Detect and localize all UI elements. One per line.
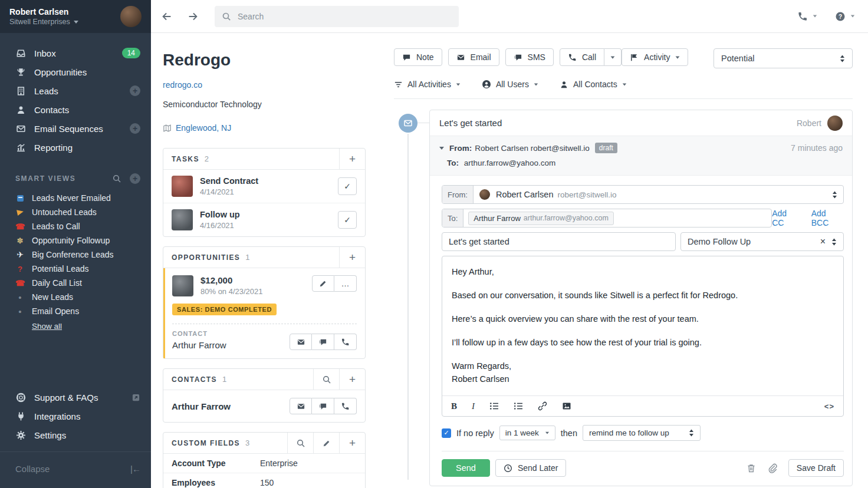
- opportunity-item: $12,000 80% on 4/23/2021 … SALES: DEMO C…: [163, 268, 365, 358]
- bold-button[interactable]: B: [451, 401, 457, 411]
- lead-location-link[interactable]: Englewood, NJ: [176, 123, 231, 133]
- body-paragraph: Here’s a quick overview you can share wi…: [452, 313, 834, 325]
- add-lead-button[interactable]: +: [130, 85, 140, 96]
- add-contact-button[interactable]: +: [339, 369, 365, 390]
- more-options-button[interactable]: …: [334, 275, 357, 292]
- smart-view-untouched-leads[interactable]: Untouched Leads: [0, 205, 151, 219]
- smart-view-opportunity-followup[interactable]: ✽ Opportunity Followup: [0, 233, 151, 248]
- sidebar-item-settings[interactable]: Settings: [0, 426, 151, 444]
- complete-task-button[interactable]: ✓: [338, 211, 357, 229]
- bullet-list-button[interactable]: [514, 401, 523, 411]
- smart-view-big-conference-leads[interactable]: ✈ Big Conference Leads: [0, 248, 151, 262]
- smart-view-leads-never-emailed[interactable]: Leads Never Emailed: [0, 191, 151, 205]
- filter-all-activities[interactable]: All Activities: [394, 80, 461, 89]
- add-task-button[interactable]: +: [339, 149, 365, 169]
- custom-field-row: Account Type Enterprise: [163, 454, 365, 473]
- stepper-icon: [689, 429, 694, 437]
- to-field[interactable]: To: Arthur Farrow arthur.farrow@yahoo.co…: [442, 209, 772, 227]
- avatar[interactable]: [120, 6, 142, 27]
- lead-website-link[interactable]: redrogo.co: [163, 80, 366, 90]
- sender-name: Robert Carlsen: [496, 190, 554, 199]
- add-cc-link[interactable]: Add CC: [772, 209, 799, 227]
- smart-view-potential-leads[interactable]: ? Potential Leads: [0, 262, 151, 276]
- telephone-icon: ☎: [15, 279, 25, 287]
- search-input[interactable]: [236, 11, 452, 22]
- account-info: Robert Carlsen Sitwell Enterprises: [9, 7, 114, 26]
- collapse-sidebar-button[interactable]: Collapse |←: [0, 451, 151, 486]
- sidebar-item-opportunities[interactable]: Opportunities: [0, 62, 151, 81]
- sms-button[interactable]: SMS: [505, 48, 554, 66]
- add-bcc-link[interactable]: Add BCC: [811, 209, 844, 227]
- complete-task-button[interactable]: ✓: [338, 177, 357, 195]
- smart-view-email-opens[interactable]: • Email Opens: [0, 304, 151, 318]
- edit-custom-fields-button[interactable]: [313, 433, 339, 453]
- subject-input[interactable]: [442, 232, 676, 251]
- send-later-button[interactable]: Send Later: [495, 459, 567, 477]
- save-draft-button[interactable]: Save Draft: [788, 459, 844, 477]
- search-contacts-button[interactable]: [313, 369, 339, 390]
- sidebar-item-email-sequences[interactable]: Email Sequences +: [0, 119, 151, 138]
- sidebar-item-reporting[interactable]: Reporting: [0, 138, 151, 157]
- filter-icon: [394, 80, 403, 89]
- link-button[interactable]: [538, 401, 547, 411]
- delete-draft-icon[interactable]: [747, 463, 756, 473]
- add-opportunity-button[interactable]: +: [339, 247, 365, 268]
- search-smart-views-icon[interactable]: [112, 174, 121, 183]
- reminder-window-select[interactable]: in 1 week: [499, 426, 555, 440]
- add-sequence-button[interactable]: +: [130, 123, 140, 134]
- send-button[interactable]: Send: [442, 459, 490, 477]
- call-contact-button[interactable]: [334, 334, 357, 350]
- search-custom-fields-button[interactable]: [287, 433, 313, 453]
- attachment-icon[interactable]: [767, 463, 777, 473]
- lead-status-select[interactable]: Potential: [714, 48, 853, 68]
- sidebar-item-contacts[interactable]: Contacts: [0, 100, 151, 119]
- recipient-chip[interactable]: Arthur Farrow arthur.farrow@yahoo.com: [468, 212, 613, 225]
- stepper-icon: [840, 55, 845, 62]
- reminder-action-select[interactable]: remind me to follow up: [583, 425, 701, 441]
- from-select[interactable]: From: Robert Carlsen robert@sitwell.io: [442, 185, 844, 204]
- sidebar-item-leads[interactable]: Leads +: [0, 81, 151, 100]
- ordered-list-button[interactable]: [489, 401, 499, 411]
- email-body-editor[interactable]: Hey Arthur, Based on our conversation, i…: [442, 256, 843, 395]
- sidebar-item-inbox[interactable]: Inbox 14: [0, 44, 151, 62]
- email-contact-button[interactable]: [290, 334, 312, 350]
- filter-all-users[interactable]: All Users: [482, 80, 538, 89]
- collapse-email-icon[interactable]: [439, 147, 444, 150]
- image-button[interactable]: [562, 401, 571, 411]
- add-custom-field-button[interactable]: +: [339, 433, 365, 453]
- sidebar-item-support[interactable]: Support & FAQs: [0, 388, 151, 407]
- call-options-button[interactable]: [604, 48, 622, 66]
- smart-view-daily-call-list[interactable]: ☎ Daily Call List: [0, 276, 151, 290]
- smart-view-new-leads[interactable]: • New Leads: [0, 290, 151, 304]
- chevron-down-icon: [456, 83, 460, 85]
- activity-button[interactable]: Activity: [622, 48, 688, 66]
- italic-button[interactable]: I: [472, 401, 475, 411]
- sidebar-item-label: Leads: [34, 86, 58, 96]
- help-menu[interactable]: ?: [835, 11, 855, 22]
- sms-contact-button[interactable]: [312, 334, 334, 350]
- filter-all-contacts[interactable]: All Contacts: [560, 80, 627, 89]
- email-contact-button[interactable]: [290, 398, 312, 414]
- forward-button[interactable]: [186, 10, 199, 23]
- sidebar-item-integrations[interactable]: Integrations: [0, 407, 151, 426]
- call-button[interactable]: Call: [560, 48, 604, 66]
- call-contact-button[interactable]: [334, 398, 357, 414]
- html-mode-button[interactable]: <>: [824, 402, 834, 411]
- phone-menu[interactable]: [797, 11, 817, 22]
- email-button[interactable]: Email: [448, 48, 499, 66]
- add-smart-view-button[interactable]: +: [130, 173, 140, 184]
- show-all-link[interactable]: Show all: [0, 322, 151, 331]
- avatar: [827, 116, 843, 131]
- edit-opportunity-button[interactable]: [312, 275, 334, 292]
- sms-contact-button[interactable]: [312, 398, 334, 414]
- clear-template-icon[interactable]: ×: [820, 236, 826, 247]
- lifebuoy-icon: [15, 393, 26, 403]
- megaphone-icon: [15, 209, 25, 215]
- template-select[interactable]: Demo Follow Up ×: [680, 232, 844, 251]
- smart-view-leads-to-call[interactable]: ☎ Leads to Call: [0, 219, 151, 233]
- note-button[interactable]: Note: [394, 48, 442, 66]
- account-switcher[interactable]: Robert Carlsen Sitwell Enterprises: [0, 0, 151, 33]
- reminder-checkbox[interactable]: ✓: [442, 428, 451, 438]
- back-button[interactable]: [160, 10, 173, 23]
- search-box[interactable]: [215, 6, 459, 27]
